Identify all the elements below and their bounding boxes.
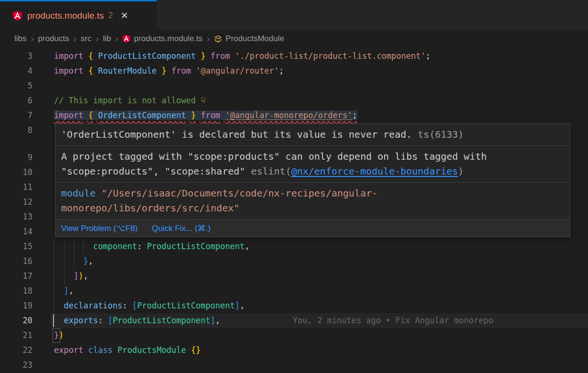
code-line-20[interactable]: exports: [ProductListComponent], xyxy=(54,313,220,328)
line-number-16: 16 xyxy=(0,254,32,269)
breadcrumb-item-lib[interactable]: lib xyxy=(103,34,111,44)
code-line-17[interactable]: ]), xyxy=(54,269,88,284)
hover-widget: 'OrderListComponent' is declared but its… xyxy=(55,123,570,237)
hover-status-bar: View Problem (⌥F8) Quick Fix... (⌘.) xyxy=(55,219,570,237)
line-number-20: 20 xyxy=(0,313,32,328)
bracket-match-box xyxy=(53,329,60,343)
vscode-window: products.module.ts 2 ✕ libs›products›src… xyxy=(0,0,588,373)
breadcrumb-separator: › xyxy=(96,34,98,44)
breadcrumb-item-libs[interactable]: libs xyxy=(14,34,27,44)
breadcrumb-label: products xyxy=(38,34,69,44)
class-symbol-icon xyxy=(214,35,222,43)
code-line-22[interactable]: export class ProductsModule {} xyxy=(54,343,201,358)
text-cursor xyxy=(53,314,54,327)
eslint-rule-link[interactable]: @nx/enforce-module-boundaries xyxy=(291,165,458,177)
code-line-3[interactable]: import { ProductListComponent } from './… xyxy=(54,49,430,64)
code-line-15[interactable]: component: ProductListComponent, xyxy=(54,239,249,254)
line-number-7: 7 xyxy=(0,108,32,123)
breadcrumb-separator: › xyxy=(31,34,34,44)
line-number-13: 13 xyxy=(0,209,32,224)
quick-fix-link[interactable]: Quick Fix... (⌘.) xyxy=(152,223,211,233)
angular-icon xyxy=(12,11,22,21)
breadcrumb-item-productsmodule[interactable]: ProductsModule xyxy=(214,34,284,44)
breadcrumb-separator: › xyxy=(74,34,76,44)
code-line-4[interactable]: import { RouterModule } from '@angular/r… xyxy=(54,64,284,78)
code-line-18[interactable]: ], xyxy=(54,284,74,298)
tab-title: products.module.ts xyxy=(27,11,104,21)
angular-icon xyxy=(122,34,130,43)
tab-products-module[interactable]: products.module.ts 2 ✕ xyxy=(0,0,157,30)
line-number-11: 11 xyxy=(0,180,32,195)
breadcrumb-separator: › xyxy=(115,34,118,44)
code-line-6[interactable]: // This import is not allowed ☟ xyxy=(54,93,205,108)
tab-bar: products.module.ts 2 ✕ xyxy=(0,0,588,30)
breadcrumb-label: libs xyxy=(14,34,27,44)
breadcrumb-item-products.module.ts[interactable]: products.module.ts xyxy=(122,34,203,44)
breadcrumb-separator: › xyxy=(207,34,210,44)
breadcrumb-item-products[interactable]: products xyxy=(38,34,69,44)
view-problem-link[interactable]: View Problem (⌥F8) xyxy=(61,223,138,233)
line-number-15: 15 xyxy=(0,239,32,254)
editor[interactable]: 3import { ProductListComponent } from '.… xyxy=(0,48,588,373)
code-line-7[interactable]: import { OrderListComponent } from '@ang… xyxy=(54,108,357,123)
breadcrumb: libs›products›src›lib› products.module.t… xyxy=(0,30,588,48)
line-number-22: 22 xyxy=(0,343,32,358)
line-number-17: 17 xyxy=(0,269,32,284)
line-number-23: 23 xyxy=(0,358,32,373)
git-blame-annotation: You, 2 minutes ago • Fix Angular monorep… xyxy=(293,313,493,328)
line-number-6: 6 xyxy=(0,93,32,108)
line-number-5: 5 xyxy=(0,78,32,93)
tab-problem-count: 2 xyxy=(108,11,113,21)
close-icon[interactable]: ✕ xyxy=(121,10,128,21)
hover-section-ts-diagnostic: 'OrderListComponent' is declared but its… xyxy=(55,124,570,146)
breadcrumb-label: products.module.ts xyxy=(134,34,203,44)
breadcrumb-label: src xyxy=(81,34,92,44)
error-squiggle: import { OrderListComponent } from '@ang… xyxy=(54,110,357,120)
code-line-19[interactable]: declarations: [ProductListComponent], xyxy=(54,298,245,313)
hover-section-module-info: module "/Users/isaac/Documents/code/nx-r… xyxy=(55,183,570,219)
breadcrumb-label: lib xyxy=(103,34,111,44)
hover-section-eslint-diagnostic: A project tagged with "scope:products" c… xyxy=(55,146,570,183)
line-number-18: 18 xyxy=(0,284,32,298)
line-number-4: 4 xyxy=(0,64,32,78)
line-number-19: 19 xyxy=(0,298,32,313)
line-number-9: 9 xyxy=(0,150,32,165)
breadcrumb-item-src[interactable]: src xyxy=(81,34,92,44)
line-number-14: 14 xyxy=(0,224,32,239)
line-number-10: 10 xyxy=(0,165,32,180)
code-line-16[interactable]: }, xyxy=(54,254,93,269)
line-number-8: 8 xyxy=(0,123,32,138)
line-number-3: 3 xyxy=(0,49,32,64)
breadcrumb-label: ProductsModule xyxy=(225,34,284,44)
line-number-12: 12 xyxy=(0,195,32,209)
line-number-21: 21 xyxy=(0,328,32,343)
